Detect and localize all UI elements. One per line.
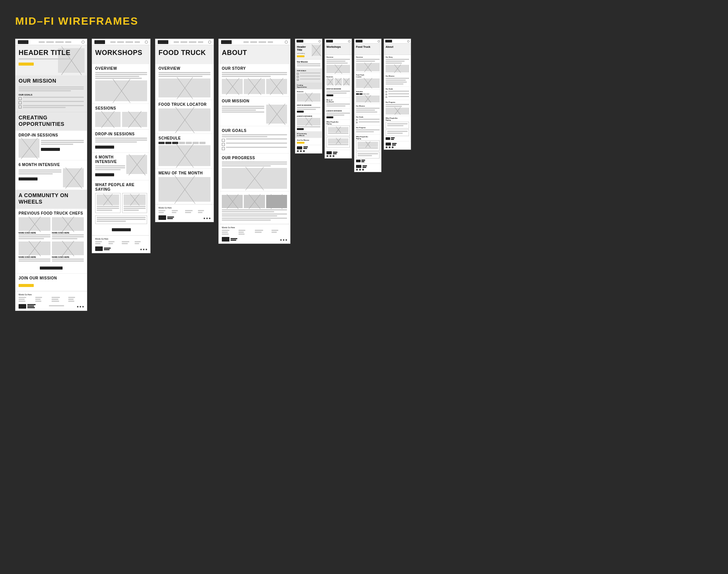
social-twitter-icon[interactable] xyxy=(82,306,84,307)
schedule-tabs[interactable] xyxy=(158,142,210,144)
schedule-tab-thu[interactable] xyxy=(179,142,185,144)
nav-link-home[interactable] xyxy=(39,41,45,43)
nav-link[interactable] xyxy=(110,41,116,43)
schedule-tab-mon[interactable] xyxy=(158,142,165,144)
mob-about-progress-img xyxy=(386,108,409,114)
mob-dropin-btn[interactable] xyxy=(326,94,333,96)
chef-card-3: NAME GOES HERE xyxy=(19,242,50,262)
mob-social-tw[interactable] xyxy=(303,150,305,152)
nav-link-workshops[interactable] xyxy=(46,41,54,43)
mob-intensive-btn[interactable] xyxy=(297,128,304,130)
nav-link[interactable] xyxy=(250,41,257,43)
social-fb-w[interactable] xyxy=(140,249,142,250)
testimonials-more-button[interactable] xyxy=(112,228,131,231)
mob-intensive-btn-w[interactable] xyxy=(326,116,333,118)
intensive-layout: 6 MONTH INTENSIVE xyxy=(95,155,147,178)
nav-link[interactable] xyxy=(135,41,140,43)
about-progress-text xyxy=(222,162,287,166)
nav-link[interactable] xyxy=(198,41,203,43)
mob-social-tw-w[interactable] xyxy=(333,155,334,157)
mob-drop-in-btn[interactable] xyxy=(297,111,304,113)
mob-social-ig-w[interactable] xyxy=(329,155,331,157)
nav-link[interactable] xyxy=(117,41,124,43)
about-goals-title: OUR GOALS xyxy=(222,129,287,133)
social-ig-a[interactable] xyxy=(283,239,284,241)
mob-social-ig[interactable] xyxy=(300,150,302,152)
nav-link[interactable] xyxy=(259,41,266,43)
drop-in-text xyxy=(41,139,84,158)
nav-link[interactable] xyxy=(189,41,196,43)
mob-nav-icon[interactable] xyxy=(318,40,321,42)
schedule-tab-tue[interactable] xyxy=(165,142,171,144)
mob-social-ig-ft[interactable] xyxy=(359,169,361,171)
mob-join-btn[interactable] xyxy=(297,142,304,144)
nav-link[interactable] xyxy=(180,41,187,43)
drop-in-signup-button[interactable] xyxy=(95,146,114,149)
mob-footer-logo-w xyxy=(326,151,350,154)
mob-logo-about xyxy=(385,40,392,42)
mob-footer-logo-ft xyxy=(356,165,380,168)
intensive-section: 6 MONTH INTENSIVE xyxy=(16,160,87,190)
chefs-grid-bottom: NAME GOES HERE NAME GOES HERE xyxy=(19,242,84,262)
nav-link[interactable] xyxy=(268,41,273,43)
schedule-tab-fri[interactable] xyxy=(186,142,192,144)
schedule-tab-sun[interactable] xyxy=(199,142,206,144)
view-all-button[interactable] xyxy=(40,267,63,270)
join-button[interactable] xyxy=(19,284,34,287)
nav-profile-icon[interactable] xyxy=(145,41,148,44)
mob-social-fb-ft[interactable] xyxy=(356,169,358,171)
nav-profile-icon[interactable] xyxy=(82,41,85,44)
nav-profile-icon-ft[interactable] xyxy=(208,41,211,44)
mob-social-fb[interactable] xyxy=(297,150,299,152)
intensive-button[interactable] xyxy=(19,177,38,180)
about-goals-intro xyxy=(222,134,287,137)
nav-links xyxy=(39,41,71,43)
mob-cta-button[interactable] xyxy=(297,55,304,57)
social-facebook-icon[interactable] xyxy=(77,306,78,307)
about-goal-2 xyxy=(222,143,287,146)
mob-join: Join Our Mission xyxy=(295,138,322,145)
mob-ft-footer xyxy=(355,164,381,172)
nav-link[interactable] xyxy=(174,41,179,43)
social-fb-ft[interactable] xyxy=(204,218,205,219)
social-tw-ft[interactable] xyxy=(209,218,210,219)
workshops-title: WORKSHOPS xyxy=(95,49,147,57)
schedule-tab-wed[interactable] xyxy=(172,142,178,144)
nav-link[interactable] xyxy=(126,41,133,43)
drop-in-button[interactable] xyxy=(41,148,60,151)
about-chefs-text-2 xyxy=(222,213,287,216)
mob-social-ig-about[interactable] xyxy=(389,146,391,148)
about-goal-3 xyxy=(222,147,287,150)
nav-profile-icon-about[interactable] xyxy=(285,41,288,44)
mission-title: OUR MISSION xyxy=(19,78,84,84)
mob-nav-icon-ft[interactable] xyxy=(378,40,380,42)
mob-social-fb-about[interactable] xyxy=(386,146,388,148)
mob-nav-icon-about[interactable] xyxy=(407,40,410,42)
nav-link-food-truck[interactable] xyxy=(55,41,64,43)
intensive-image xyxy=(63,168,84,187)
intensive-apply-button[interactable] xyxy=(95,173,114,176)
mob-social-tw-ft[interactable] xyxy=(362,169,364,171)
goals-label: OUR GOALS xyxy=(19,94,84,96)
mob-social-fb-w[interactable] xyxy=(326,155,328,157)
social-ig-w[interactable] xyxy=(143,249,144,250)
social-fb-a[interactable] xyxy=(280,239,282,241)
testimonial-2 xyxy=(122,193,147,213)
previous-chefs-title: PREVIOUS FOOD TRUCK CHEFS xyxy=(19,211,84,216)
social-instagram-icon[interactable] xyxy=(80,306,81,307)
mob-nav-icon-w[interactable] xyxy=(348,40,350,42)
mob-nav-home xyxy=(295,39,322,44)
chef-card-1: NAME GOES HERE xyxy=(19,217,50,240)
nav-link[interactable] xyxy=(243,41,249,43)
workshops-overview-section: OVERVIEW xyxy=(92,64,150,104)
hero-cta-button[interactable] xyxy=(19,63,34,66)
social-tw-a[interactable] xyxy=(286,239,287,241)
mob-social-tw-about[interactable] xyxy=(392,146,394,148)
footer-social-ft xyxy=(204,218,210,219)
mob-ft-hero: Food Truck xyxy=(355,44,381,55)
ft-menu-placeholder xyxy=(158,177,210,202)
social-ig-ft[interactable] xyxy=(206,218,208,219)
nav-link-about[interactable] xyxy=(65,41,71,43)
social-tw-w[interactable] xyxy=(146,249,147,250)
drop-in-text-w xyxy=(95,138,147,143)
